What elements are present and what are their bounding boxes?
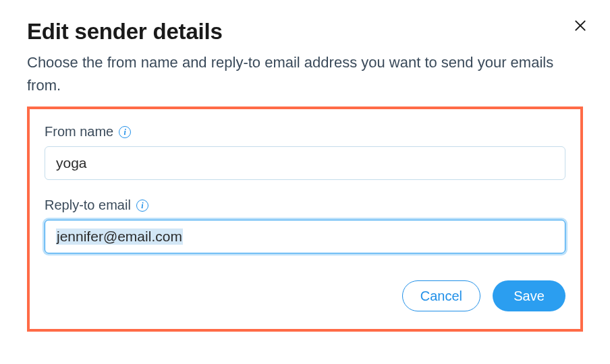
- dialog-subtitle: Choose the from name and reply-to email …: [27, 51, 567, 97]
- from-name-value: yoga: [56, 155, 87, 171]
- reply-to-input[interactable]: jennifer@email.com: [45, 220, 565, 253]
- info-icon[interactable]: i: [136, 200, 148, 212]
- from-name-input[interactable]: yoga: [45, 146, 565, 180]
- reply-to-value: jennifer@email.com: [56, 229, 183, 245]
- form-area: From name i yoga Reply-to email i jennif…: [27, 107, 583, 332]
- reply-to-label: Reply-to email: [45, 198, 131, 213]
- reply-to-label-row: Reply-to email i: [45, 198, 565, 213]
- close-button[interactable]: [571, 16, 590, 35]
- save-button[interactable]: Save: [493, 280, 565, 311]
- reply-to-field: Reply-to email i jennifer@email.com: [45, 198, 565, 253]
- dialog-actions: Cancel Save: [45, 280, 565, 311]
- from-name-label-row: From name i: [45, 124, 565, 140]
- edit-sender-dialog: Edit sender details Choose the from name…: [0, 0, 610, 345]
- from-name-label: From name: [45, 124, 113, 140]
- info-icon[interactable]: i: [119, 126, 131, 138]
- dialog-title: Edit sender details: [27, 19, 583, 44]
- from-name-field: From name i yoga: [45, 124, 565, 180]
- cancel-button[interactable]: Cancel: [402, 280, 480, 311]
- close-icon: [574, 19, 587, 32]
